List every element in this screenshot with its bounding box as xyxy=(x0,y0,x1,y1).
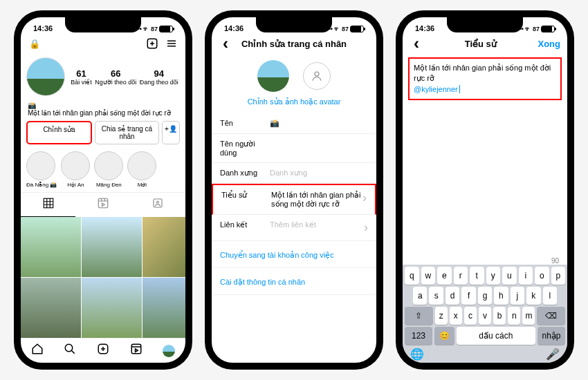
key-k[interactable]: k xyxy=(526,287,540,305)
key-r[interactable]: r xyxy=(454,267,468,285)
tab-tagged[interactable] xyxy=(131,193,185,217)
key-n[interactable]: n xyxy=(508,307,520,325)
key-t[interactable]: t xyxy=(470,267,484,285)
back-icon[interactable] xyxy=(410,37,423,50)
key-s[interactable]: s xyxy=(429,287,443,305)
key-h[interactable]: h xyxy=(494,287,508,305)
bio-emoji: 📸 xyxy=(28,102,178,109)
chevron-right-icon xyxy=(362,191,367,205)
time: 14:36 xyxy=(224,24,244,32)
field-pronouns[interactable]: Danh xưng Danh xưng xyxy=(212,163,376,184)
stat-following[interactable]: 94Đang theo dõi xyxy=(140,68,178,86)
back-icon[interactable] xyxy=(219,37,232,50)
post-thumb[interactable] xyxy=(82,278,142,338)
key-o[interactable]: o xyxy=(535,267,549,285)
key-c[interactable]: c xyxy=(464,307,477,325)
create-icon[interactable] xyxy=(145,37,159,50)
return-key[interactable]: nhập xyxy=(538,327,565,345)
phone-bio-edit: 14:36 ••• ᯤ 87 Tiểu sử Xong Một lần tới … xyxy=(396,10,574,370)
edit-profile-button[interactable]: Chỉnh sửa xyxy=(26,121,92,144)
avatar-placeholder-icon[interactable] xyxy=(303,62,331,90)
key-q[interactable]: q xyxy=(405,267,419,285)
mention: @kyliejenner xyxy=(414,85,458,93)
discover-people-button[interactable]: +👤 xyxy=(162,121,180,144)
key-e[interactable]: e xyxy=(437,267,452,285)
highlight-item[interactable]: Mới xyxy=(127,151,156,188)
post-thumb[interactable] xyxy=(143,217,185,277)
page-title: Tiểu sử xyxy=(423,39,538,49)
avatar[interactable] xyxy=(26,57,65,96)
nav-home-icon[interactable] xyxy=(31,343,44,359)
personal-info-link[interactable]: Cài đặt thông tin cá nhân xyxy=(212,268,376,295)
pronouns-placeholder: Danh xưng xyxy=(270,169,368,178)
key-l[interactable]: l xyxy=(543,287,557,305)
key-u[interactable]: u xyxy=(502,267,517,285)
highlights: Đà Nẵng 📸 Hội An Măng Đen Mới xyxy=(21,147,185,192)
tab-grid[interactable] xyxy=(21,193,75,217)
post-thumb[interactable] xyxy=(21,217,81,277)
bio-textarea[interactable]: Một lần tới nhân gian phải sống một đời … xyxy=(408,57,562,100)
key-p[interactable]: p xyxy=(551,267,566,285)
field-username[interactable]: Tên người dùng xyxy=(212,134,376,163)
avatar-block: Chỉnh sửa ảnh hoặc avatar xyxy=(212,53,376,113)
key-a[interactable]: a xyxy=(413,287,427,305)
backspace-key[interactable]: ⌫ xyxy=(537,307,565,325)
globe-icon[interactable]: 🌐 xyxy=(410,348,424,361)
svg-point-4 xyxy=(157,201,159,203)
svg-point-8 xyxy=(315,72,319,76)
nav-reels-icon[interactable] xyxy=(130,343,143,359)
key-v[interactable]: v xyxy=(479,307,491,325)
svg-rect-7 xyxy=(131,344,141,354)
content-tabs xyxy=(21,192,185,217)
links-placeholder: Thêm liên kết xyxy=(270,220,364,229)
key-g[interactable]: g xyxy=(478,287,492,305)
key-d[interactable]: d xyxy=(445,287,459,305)
stat-followers[interactable]: 66Người theo dõi xyxy=(95,68,136,86)
key-x[interactable]: x xyxy=(450,307,462,325)
post-thumb[interactable] xyxy=(82,217,142,277)
emoji-key[interactable]: 😊 xyxy=(434,327,454,345)
nav-profile-icon[interactable] xyxy=(163,345,175,357)
key-z[interactable]: z xyxy=(435,307,448,325)
post-thumb[interactable] xyxy=(143,278,185,338)
chevron-right-icon xyxy=(364,220,368,235)
svg-rect-2 xyxy=(98,198,108,208)
avatar[interactable] xyxy=(257,60,289,92)
space-key[interactable]: dấu cách xyxy=(457,327,535,345)
lock-icon: 🔒 xyxy=(28,37,42,50)
highlight-item[interactable]: Măng Đen xyxy=(94,151,123,188)
key-j[interactable]: j xyxy=(511,287,524,305)
switch-account-link[interactable]: Chuyển sang tài khoản công việc xyxy=(212,241,376,268)
nav-search-icon[interactable] xyxy=(64,343,76,359)
mic-icon[interactable]: 🎤 xyxy=(546,348,560,361)
change-photo-link[interactable]: Chỉnh sửa ảnh hoặc avatar xyxy=(212,97,376,106)
key-b[interactable]: b xyxy=(493,307,506,325)
highlight-item[interactable]: Đà Nẵng 📸 xyxy=(26,151,57,188)
keyboard: qwertyuiop asdfghjkl ⇧ zxcvbnm ⌫ 123 😊 d… xyxy=(403,265,567,363)
key-y[interactable]: y xyxy=(486,267,501,285)
key-m[interactable]: m xyxy=(522,307,535,325)
shift-key[interactable]: ⇧ xyxy=(405,307,433,325)
menu-icon[interactable] xyxy=(165,37,178,50)
time: 14:36 xyxy=(33,24,53,32)
tab-reels[interactable] xyxy=(75,193,130,217)
key-w[interactable]: w xyxy=(421,267,436,285)
key-f[interactable]: f xyxy=(461,287,475,305)
field-name[interactable]: Tên 📸 xyxy=(212,113,376,134)
key-i[interactable]: i xyxy=(519,267,533,285)
field-links[interactable]: Liên kết Thêm liên kết xyxy=(212,215,376,241)
post-thumb[interactable] xyxy=(21,278,81,338)
phone-edit-profile: 14:36 ••• ᯤ 87 Chỉnh sửa trang cá nhân C… xyxy=(205,10,383,370)
done-button[interactable]: Xong xyxy=(538,39,561,49)
field-bio[interactable]: Tiểu sử Một lần tới nhân gian phải sống … xyxy=(212,184,376,215)
name-value: 📸 xyxy=(270,119,368,128)
num-key[interactable]: 123 xyxy=(405,327,432,345)
time: 14:36 xyxy=(415,24,434,32)
stat-posts[interactable]: 61Bài viết xyxy=(71,68,92,86)
highlight-item[interactable]: Hội An xyxy=(61,151,90,188)
page-title: Chỉnh sửa trang cá nhân xyxy=(232,39,356,49)
bio-value: Một lần tới nhân gian phải sống một đời … xyxy=(271,191,362,209)
nav-create-icon[interactable] xyxy=(97,343,109,359)
bio-header: Tiểu sử Xong xyxy=(403,34,567,53)
share-profile-button[interactable]: Chia sẻ trang cá nhân xyxy=(95,121,159,144)
